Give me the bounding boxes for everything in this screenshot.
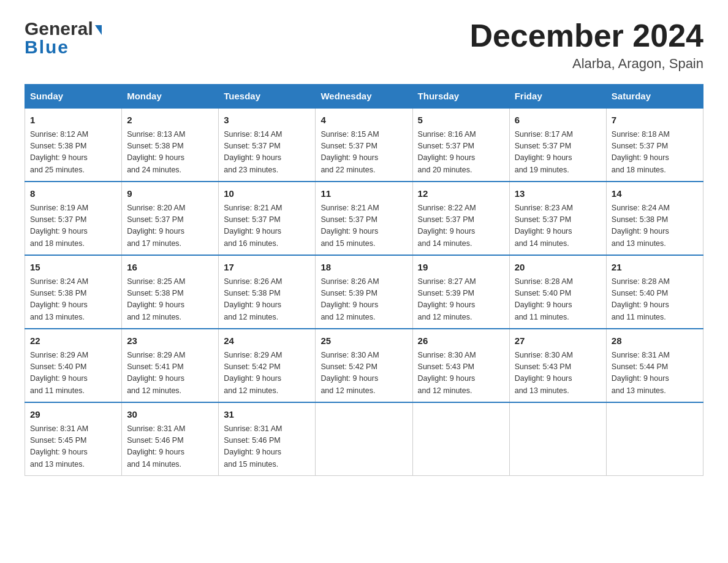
day-info: Sunrise: 8:31 AMSunset: 5:46 PMDaylight:… (224, 423, 310, 471)
calendar-cell: 28Sunrise: 8:31 AMSunset: 5:44 PMDayligh… (606, 329, 703, 402)
calendar-cell: 30Sunrise: 8:31 AMSunset: 5:46 PMDayligh… (122, 402, 219, 476)
calendar-cell: 24Sunrise: 8:29 AMSunset: 5:42 PMDayligh… (219, 329, 316, 402)
day-info: Sunrise: 8:28 AMSunset: 5:40 PMDaylight:… (612, 276, 698, 324)
day-number: 20 (515, 261, 601, 275)
day-info: Sunrise: 8:17 AMSunset: 5:37 PMDaylight:… (515, 129, 601, 177)
calendar-cell: 14Sunrise: 8:24 AMSunset: 5:38 PMDayligh… (606, 182, 703, 255)
day-info: Sunrise: 8:28 AMSunset: 5:40 PMDaylight:… (515, 276, 601, 324)
calendar-week-row: 1Sunrise: 8:12 AMSunset: 5:38 PMDaylight… (25, 108, 703, 182)
day-number: 2 (127, 113, 213, 128)
day-number: 22 (30, 334, 116, 348)
day-number: 28 (612, 334, 698, 348)
day-info: Sunrise: 8:20 AMSunset: 5:37 PMDaylight:… (127, 202, 213, 250)
calendar-cell: 15Sunrise: 8:24 AMSunset: 5:38 PMDayligh… (25, 255, 122, 329)
logo: General Blue (25, 18, 102, 58)
calendar-cell: 16Sunrise: 8:25 AMSunset: 5:38 PMDayligh… (122, 255, 219, 329)
calendar-week-row: 29Sunrise: 8:31 AMSunset: 5:45 PMDayligh… (25, 402, 703, 476)
calendar-cell (606, 402, 703, 476)
location-subtitle: Alarba, Aragon, Spain (469, 56, 703, 72)
day-info: Sunrise: 8:26 AMSunset: 5:38 PMDaylight:… (224, 276, 310, 324)
day-number: 25 (320, 334, 407, 348)
calendar-cell: 25Sunrise: 8:30 AMSunset: 5:42 PMDayligh… (316, 329, 412, 402)
calendar-cell: 21Sunrise: 8:28 AMSunset: 5:40 PMDayligh… (606, 255, 703, 329)
day-info: Sunrise: 8:25 AMSunset: 5:38 PMDaylight:… (127, 276, 213, 324)
day-number: 6 (515, 113, 601, 128)
day-number: 27 (515, 334, 601, 348)
day-number: 5 (418, 113, 504, 128)
day-number: 1 (30, 113, 116, 128)
day-info: Sunrise: 8:14 AMSunset: 5:37 PMDaylight:… (224, 129, 310, 177)
day-info: Sunrise: 8:24 AMSunset: 5:38 PMDaylight:… (612, 202, 698, 250)
day-info: Sunrise: 8:15 AMSunset: 5:37 PMDaylight:… (320, 129, 407, 177)
day-number: 12 (418, 187, 504, 201)
day-number: 30 (127, 408, 213, 422)
calendar-cell: 26Sunrise: 8:30 AMSunset: 5:43 PMDayligh… (412, 329, 509, 402)
day-number: 14 (612, 187, 698, 201)
calendar-cell: 17Sunrise: 8:26 AMSunset: 5:38 PMDayligh… (219, 255, 316, 329)
calendar-cell: 9Sunrise: 8:20 AMSunset: 5:37 PMDaylight… (122, 182, 219, 255)
day-number: 9 (127, 187, 213, 201)
day-info: Sunrise: 8:26 AMSunset: 5:39 PMDaylight:… (320, 276, 407, 324)
day-number: 16 (127, 261, 213, 275)
day-info: Sunrise: 8:21 AMSunset: 5:37 PMDaylight:… (320, 202, 407, 250)
day-number: 17 (224, 261, 310, 275)
day-info: Sunrise: 8:24 AMSunset: 5:38 PMDaylight:… (30, 276, 116, 324)
calendar-cell: 2Sunrise: 8:13 AMSunset: 5:38 PMDaylight… (122, 108, 219, 182)
col-header-saturday: Saturday (606, 85, 703, 109)
calendar-cell: 4Sunrise: 8:15 AMSunset: 5:37 PMDaylight… (316, 108, 412, 182)
calendar-table: SundayMondayTuesdayWednesdayThursdayFrid… (25, 84, 703, 476)
day-number: 18 (320, 261, 407, 275)
day-info: Sunrise: 8:21 AMSunset: 5:37 PMDaylight:… (224, 202, 310, 250)
day-info: Sunrise: 8:13 AMSunset: 5:38 PMDaylight:… (127, 129, 213, 177)
calendar-cell: 8Sunrise: 8:19 AMSunset: 5:37 PMDaylight… (25, 182, 122, 255)
day-info: Sunrise: 8:31 AMSunset: 5:44 PMDaylight:… (612, 350, 698, 397)
day-number: 24 (224, 334, 310, 348)
col-header-thursday: Thursday (412, 85, 509, 109)
day-info: Sunrise: 8:23 AMSunset: 5:37 PMDaylight:… (515, 202, 601, 250)
calendar-week-row: 8Sunrise: 8:19 AMSunset: 5:37 PMDaylight… (25, 182, 703, 255)
calendar-cell: 19Sunrise: 8:27 AMSunset: 5:39 PMDayligh… (412, 255, 509, 329)
day-info: Sunrise: 8:29 AMSunset: 5:40 PMDaylight:… (30, 350, 116, 397)
calendar-cell: 12Sunrise: 8:22 AMSunset: 5:37 PMDayligh… (412, 182, 509, 255)
calendar-cell (412, 402, 509, 476)
day-info: Sunrise: 8:30 AMSunset: 5:42 PMDaylight:… (320, 350, 407, 397)
calendar-cell: 31Sunrise: 8:31 AMSunset: 5:46 PMDayligh… (219, 402, 316, 476)
day-number: 26 (418, 334, 504, 348)
calendar-cell (509, 402, 606, 476)
day-info: Sunrise: 8:12 AMSunset: 5:38 PMDaylight:… (30, 129, 116, 177)
logo-general: General (25, 18, 93, 39)
day-info: Sunrise: 8:29 AMSunset: 5:41 PMDaylight:… (127, 350, 213, 397)
calendar-header-row: SundayMondayTuesdayWednesdayThursdayFrid… (25, 85, 703, 109)
calendar-cell: 22Sunrise: 8:29 AMSunset: 5:40 PMDayligh… (25, 329, 122, 402)
calendar-cell: 11Sunrise: 8:21 AMSunset: 5:37 PMDayligh… (316, 182, 412, 255)
day-info: Sunrise: 8:30 AMSunset: 5:43 PMDaylight:… (418, 350, 504, 397)
col-header-friday: Friday (509, 85, 606, 109)
day-number: 3 (224, 113, 310, 128)
calendar-cell: 1Sunrise: 8:12 AMSunset: 5:38 PMDaylight… (25, 108, 122, 182)
day-info: Sunrise: 8:18 AMSunset: 5:37 PMDaylight:… (612, 129, 698, 177)
col-header-wednesday: Wednesday (316, 85, 412, 109)
calendar-cell: 18Sunrise: 8:26 AMSunset: 5:39 PMDayligh… (316, 255, 412, 329)
calendar-cell: 6Sunrise: 8:17 AMSunset: 5:37 PMDaylight… (509, 108, 606, 182)
day-info: Sunrise: 8:31 AMSunset: 5:45 PMDaylight:… (30, 423, 116, 471)
calendar-cell: 3Sunrise: 8:14 AMSunset: 5:37 PMDaylight… (219, 108, 316, 182)
day-info: Sunrise: 8:16 AMSunset: 5:37 PMDaylight:… (418, 129, 504, 177)
calendar-cell: 27Sunrise: 8:30 AMSunset: 5:43 PMDayligh… (509, 329, 606, 402)
calendar-cell: 13Sunrise: 8:23 AMSunset: 5:37 PMDayligh… (509, 182, 606, 255)
day-number: 15 (30, 261, 116, 275)
day-info: Sunrise: 8:19 AMSunset: 5:37 PMDaylight:… (30, 202, 116, 250)
calendar-cell: 7Sunrise: 8:18 AMSunset: 5:37 PMDaylight… (606, 108, 703, 182)
month-year-title: December 2024 (469, 18, 703, 53)
col-header-tuesday: Tuesday (219, 85, 316, 109)
calendar-cell: 5Sunrise: 8:16 AMSunset: 5:37 PMDaylight… (412, 108, 509, 182)
calendar-cell: 10Sunrise: 8:21 AMSunset: 5:37 PMDayligh… (219, 182, 316, 255)
calendar-week-row: 15Sunrise: 8:24 AMSunset: 5:38 PMDayligh… (25, 255, 703, 329)
day-info: Sunrise: 8:30 AMSunset: 5:43 PMDaylight:… (515, 350, 601, 397)
logo-arrow-icon (95, 25, 102, 35)
calendar-cell (316, 402, 412, 476)
logo-blue-line: Blue (25, 37, 69, 58)
title-block: December 2024 Alarba, Aragon, Spain (469, 18, 703, 72)
calendar-cell: 23Sunrise: 8:29 AMSunset: 5:41 PMDayligh… (122, 329, 219, 402)
calendar-cell: 20Sunrise: 8:28 AMSunset: 5:40 PMDayligh… (509, 255, 606, 329)
day-number: 4 (320, 113, 407, 128)
